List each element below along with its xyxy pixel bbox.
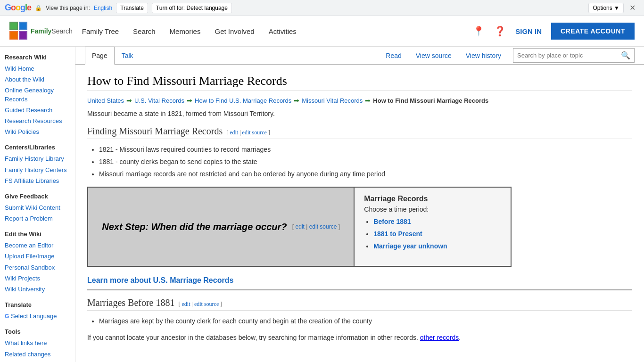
sidebar-title-translate: Translate	[5, 301, 70, 308]
tab-read[interactable]: Read	[379, 47, 408, 65]
sidebar-item-about-wiki[interactable]: About the Wiki	[5, 75, 70, 84]
breadcrumb-current: How to Find Missouri Marriage Records	[373, 97, 488, 104]
sidebar-section-centers: Centers/Libraries Family History Library…	[5, 144, 70, 185]
sidebar-item-select-language[interactable]: G Select Language	[5, 312, 70, 321]
sidebar-item-wiki-policies[interactable]: Wiki Policies	[5, 128, 70, 136]
nav-right: 📍 ❓ SIGN IN CREATE ACCOUNT	[473, 23, 635, 40]
lock-icon: 🔒	[35, 5, 42, 11]
svg-rect-5	[10, 32, 17, 39]
page-layout: Research Wiki Wiki Home About the Wiki O…	[0, 47, 644, 362]
sidebar-item-submit-wiki[interactable]: Submit Wiki Content	[5, 204, 70, 212]
breadcrumb-arrow-1: ➡	[126, 97, 132, 104]
sidebar-item-report-problem[interactable]: Report a Problem	[5, 214, 70, 223]
breadcrumb: United States ➡ U.S. Vital Records ➡ How…	[87, 97, 632, 104]
article: How to Find Missouri Marriage Records Un…	[75, 65, 644, 351]
google-logo: Google	[5, 3, 31, 13]
sidebar-item-upload-file[interactable]: Upload File/Image	[5, 252, 70, 261]
sidebar-item-wiki-projects[interactable]: Wiki Projects	[5, 274, 70, 283]
nav-family-tree[interactable]: Family Tree	[82, 27, 119, 35]
turn-off-button[interactable]: Turn off for: Detect language	[152, 3, 232, 13]
sign-in-button[interactable]: SIGN IN	[515, 27, 542, 35]
marriage-choose-text: Choose a time period:	[364, 206, 501, 213]
location-icon[interactable]: 📍	[473, 25, 485, 37]
logo-text: FamilySearch	[31, 27, 73, 35]
translate-bar-text: View this page in:	[46, 5, 90, 11]
nav-links: Family Tree Search Memories Get Involved…	[82, 27, 297, 35]
section1-edit-source-link[interactable]: edit source	[242, 129, 267, 136]
marriage-records-title: Marriage Records	[364, 195, 501, 203]
sidebar-section-tools: Tools What links here Related changes	[5, 328, 70, 358]
create-account-button[interactable]: CREATE ACCOUNT	[551, 23, 635, 40]
search-input[interactable]	[513, 49, 617, 61]
sidebar-title-centers: Centers/Libraries	[5, 144, 70, 151]
breadcrumb-us-marriage[interactable]: How to Find U.S. Marriage Records	[195, 97, 291, 104]
translate-bar: Google 🔒 View this page in: English Tran…	[0, 0, 644, 16]
options-button[interactable]: Options ▼	[588, 3, 624, 13]
bullet-1821: 1821 - Missouri laws required counties t…	[99, 145, 632, 155]
marriage-link-year-unknown: Marriage year unknown	[373, 241, 501, 251]
breadcrumb-vital-records[interactable]: U.S. Vital Records	[134, 97, 184, 104]
sidebar-item-wiki-home[interactable]: Wiki Home	[5, 65, 70, 73]
nav-search[interactable]: Search	[133, 27, 156, 35]
marriage-table: Next Step: When did the marriage occur? …	[87, 187, 512, 267]
options-area: Options ▼ ✕	[588, 2, 639, 14]
logo[interactable]: FamilySearch	[9, 22, 73, 41]
other-records-link[interactable]: other records	[420, 334, 459, 341]
marriage-1881-present-link[interactable]: 1881 to Present	[373, 230, 422, 238]
sidebar-item-personal-sandbox[interactable]: Personal Sandbox	[5, 263, 70, 272]
sidebar-item-related-changes[interactable]: Related changes	[5, 350, 70, 359]
sidebar-item-online-genealogy[interactable]: Online Genealogy Records	[5, 86, 70, 103]
next-step-edit: [ edit | edit source ]	[291, 223, 340, 230]
tabs-right: Read View source View history 🔍	[379, 47, 635, 64]
search-tabs: 🔍	[513, 48, 635, 63]
nav-memories[interactable]: Memories	[170, 27, 201, 35]
sidebar-section-translate: Translate G Select Language	[5, 301, 70, 321]
nav-get-involved[interactable]: Get Involved	[215, 27, 254, 35]
breadcrumb-arrow-3: ➡	[294, 97, 299, 104]
sidebar-item-fs-affiliate[interactable]: FS Affiliate Libraries	[5, 177, 70, 185]
nav-activities[interactable]: Activities	[269, 27, 297, 35]
sidebar-section-feedback: Give Feedback Submit Wiki Content Report…	[5, 193, 70, 223]
svg-rect-3	[20, 23, 26, 29]
marriage-year-unknown-link[interactable]: Marriage year unknown	[373, 242, 447, 250]
marriage-link-before-1881: Before 1881	[373, 217, 501, 227]
section2-edit-link[interactable]: edit	[182, 301, 190, 307]
section2-edit-links: [ edit | edit source ]	[179, 301, 223, 308]
article-title: How to Find Missouri Marriage Records	[87, 74, 632, 91]
translate-button[interactable]: Translate	[116, 3, 148, 13]
help-icon[interactable]: ❓	[494, 25, 506, 37]
next-step-edit-link[interactable]: edit	[296, 223, 305, 230]
learn-more-section: Learn more about U.S. Marriage Records	[87, 276, 632, 290]
breadcrumb-missouri-vital[interactable]: Missouri Vital Records	[302, 97, 363, 104]
marriage-links-list: Before 1881 1881 to Present Marriage yea…	[364, 217, 501, 251]
learn-more-link[interactable]: Learn more about U.S. Marriage Records	[87, 276, 233, 284]
close-button[interactable]: ✕	[626, 2, 639, 14]
sidebar-item-guided-research[interactable]: Guided Research	[5, 106, 70, 115]
section2-edit-source-link[interactable]: edit source	[194, 301, 219, 307]
section2-title: Marriages Before 1881	[87, 297, 175, 308]
tab-view-source[interactable]: View source	[409, 47, 459, 65]
language-link[interactable]: English	[94, 5, 112, 11]
breadcrumb-us[interactable]: United States	[87, 97, 124, 104]
sidebar-item-become-editor[interactable]: Become an Editor	[5, 241, 70, 250]
marriage-before-1881-link[interactable]: Before 1881	[373, 218, 411, 225]
marriage-next-step: Next Step: When did the marriage occur? …	[88, 188, 354, 266]
sidebar-section-research-wiki: Research Wiki Wiki Home About the Wiki O…	[5, 54, 70, 136]
breadcrumb-arrow-4: ➡	[365, 97, 371, 104]
tab-page[interactable]: Page	[85, 47, 115, 65]
sidebar-item-family-history-centers[interactable]: Family History Centers	[5, 166, 70, 174]
section2-heading: Marriages Before 1881 [ edit | edit sour…	[87, 297, 632, 311]
next-step-text: Next Step: When did the marriage occur?	[102, 222, 287, 232]
section1-edit-link[interactable]: edit	[230, 129, 238, 136]
svg-rect-1	[10, 23, 17, 29]
next-step-edit-source-link[interactable]: edit source	[309, 223, 337, 230]
svg-rect-7	[20, 32, 26, 39]
sidebar-item-family-history-library[interactable]: Family History Library	[5, 155, 70, 163]
sidebar-item-what-links[interactable]: What links here	[5, 339, 70, 347]
tab-talk[interactable]: Talk	[115, 47, 140, 65]
sidebar-item-wiki-university[interactable]: Wiki University	[5, 285, 70, 294]
search-button[interactable]: 🔍	[617, 49, 634, 62]
sidebar-title-edit: Edit the Wiki	[5, 230, 70, 238]
tab-view-history[interactable]: View history	[459, 47, 508, 65]
sidebar-item-research-resources[interactable]: Research Resources	[5, 117, 70, 125]
